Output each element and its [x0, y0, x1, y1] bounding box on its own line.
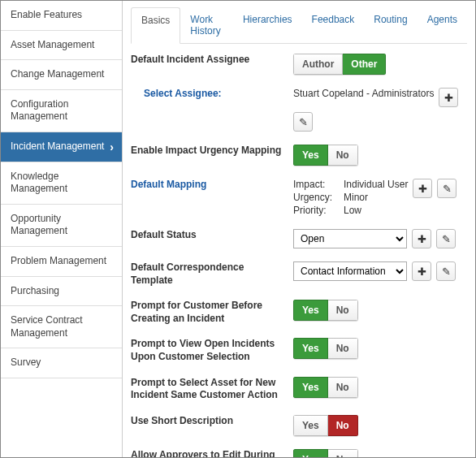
status-edit-button[interactable]: ✎	[436, 229, 456, 248]
mapping-add-button[interactable]: ✚	[413, 179, 432, 198]
select-assignee-link[interactable]: Select Assignee:	[131, 88, 293, 101]
status-add-button[interactable]: ✚	[412, 229, 431, 248]
sidebar-item-enable-features[interactable]: Enable Features	[1, 1, 122, 31]
sidebar-item-problem-management[interactable]: Problem Management	[1, 247, 122, 277]
label-impact-urgency: Enable Impact Urgency Mapping	[131, 145, 293, 158]
impact-urgency-no-button[interactable]: No	[328, 145, 358, 166]
template-edit-button[interactable]: ✎	[436, 261, 456, 281]
assignee-other-button[interactable]: Other	[343, 54, 386, 75]
sidebar-item-opportunity-management[interactable]: Opportunity Management	[1, 205, 122, 247]
seg-impact-urgency: Yes No	[293, 145, 358, 166]
sidebar-item-asset-management[interactable]: Asset Management	[1, 31, 122, 61]
prompt-view-open-yes-button[interactable]: Yes	[293, 338, 328, 359]
tab-work-history[interactable]: Work History	[180, 7, 233, 43]
label-prompt-select-asset: Prompt to Select Asset for New Incident …	[131, 377, 293, 402]
tab-basics[interactable]: Basics	[131, 7, 180, 44]
tab-hierarchies[interactable]: Hierarchies	[233, 7, 302, 43]
sidebar-item-configuration-management[interactable]: Configuration Management	[1, 90, 122, 132]
seg-assignee: Author Other	[293, 54, 386, 75]
mapping-urgency-val: Minor	[344, 192, 408, 203]
sidebar-item-survey[interactable]: Survey	[1, 348, 122, 378]
main-panel: BasicsWork HistoryHierarchiesFeedbackRou…	[123, 1, 475, 457]
use-short-desc-yes-button[interactable]: Yes	[293, 415, 328, 436]
prompt-view-open-no-button[interactable]: No	[328, 338, 358, 359]
tab-routing[interactable]: Routing	[364, 7, 417, 43]
sidebar-item-incident-management[interactable]: Incident Management	[1, 132, 122, 162]
sidebar-item-change-management[interactable]: Change Management	[1, 60, 122, 90]
label-prompt-view-open: Prompt to View Open Incidents Upon Custo…	[131, 338, 293, 363]
label-default-status: Default Status	[131, 229, 293, 242]
tab-feedback[interactable]: Feedback	[302, 7, 365, 43]
label-default-template: Default Correspondence Template	[131, 261, 293, 287]
label-use-short-desc: Use Short Description	[131, 415, 293, 428]
prompt-select-asset-no-button[interactable]: No	[328, 377, 358, 398]
allow-approvers-no-button[interactable]: No	[328, 449, 358, 457]
assignee-value: Stuart Copeland - Administrators	[293, 88, 434, 99]
template-add-button[interactable]: ✚	[412, 261, 431, 281]
mapping-priority-val: Low	[344, 205, 408, 216]
assignee-add-button[interactable]: ✚	[439, 88, 458, 107]
sidebar: Enable FeaturesAsset ManagementChange Ma…	[1, 1, 123, 457]
sidebar-item-purchasing[interactable]: Purchasing	[1, 277, 122, 307]
allow-approvers-yes-button[interactable]: Yes	[293, 449, 328, 457]
label-prompt-customer: Prompt for Customer Before Creating an I…	[131, 300, 293, 325]
mapping-impact-key: Impact:	[293, 179, 339, 190]
default-mapping-link[interactable]: Default Mapping	[131, 179, 293, 192]
mapping-values: Impact: Individual User Urgency: Minor P…	[293, 179, 408, 216]
label-allow-approvers: Allow Approvers to Edit During Approval …	[131, 449, 293, 457]
mapping-urgency-key: Urgency:	[293, 192, 339, 203]
assignee-edit-button[interactable]: ✎	[293, 112, 313, 132]
mapping-edit-button[interactable]: ✎	[437, 179, 457, 198]
assignee-author-button[interactable]: Author	[293, 54, 343, 75]
prompt-customer-yes-button[interactable]: Yes	[293, 300, 328, 321]
tabs: BasicsWork HistoryHierarchiesFeedbackRou…	[131, 7, 467, 44]
prompt-select-asset-yes-button[interactable]: Yes	[293, 377, 328, 398]
default-template-select[interactable]: Contact Information	[293, 261, 407, 281]
mapping-impact-val: Individual User	[344, 179, 408, 190]
sidebar-item-knowledge-management[interactable]: Knowledge Management	[1, 162, 122, 205]
sidebar-item-service-contract-management[interactable]: Service Contract Management	[1, 306, 122, 348]
use-short-desc-no-button[interactable]: No	[328, 415, 358, 436]
label-default-assignee: Default Incident Assignee	[131, 54, 293, 67]
tab-agents[interactable]: Agents	[418, 7, 467, 43]
prompt-customer-no-button[interactable]: No	[328, 300, 358, 321]
default-status-select[interactable]: Open	[293, 229, 407, 248]
mapping-priority-key: Priority:	[293, 205, 339, 216]
impact-urgency-yes-button[interactable]: Yes	[293, 145, 328, 166]
